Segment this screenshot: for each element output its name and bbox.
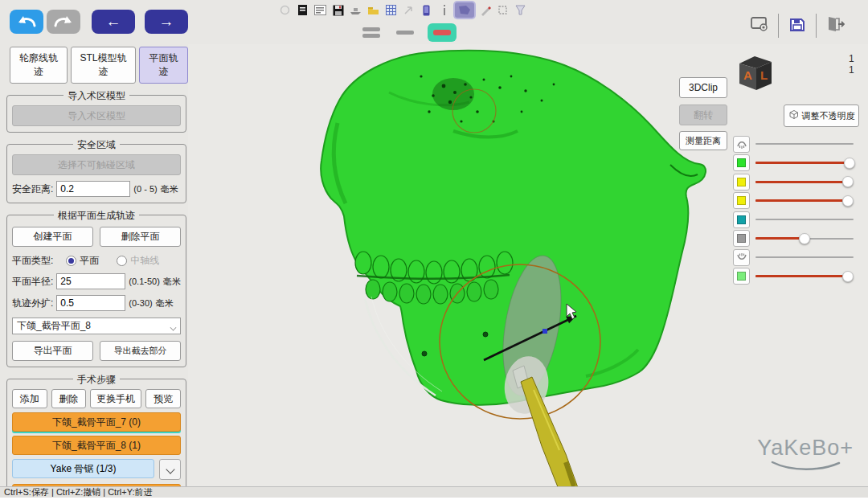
layer-row-upper-jaw — [733, 135, 860, 153]
preview-button[interactable]: 预览 — [145, 389, 181, 408]
redo-button[interactable] — [47, 10, 80, 34]
record-icon[interactable] — [278, 3, 292, 17]
safety-distance-range: (0 - 5) — [133, 184, 157, 194]
layer-row-gray — [733, 230, 860, 248]
color-swatch-yellow[interactable] — [733, 192, 750, 209]
opacity-slider[interactable] — [755, 270, 854, 283]
layer-row-yellow-1 — [733, 173, 860, 191]
axis-radio-label: 中轴线 — [130, 254, 159, 268]
trajectory-offset-input[interactable] — [56, 295, 125, 311]
delete-plane-button[interactable]: 删除平面 — [100, 227, 181, 247]
plane-select-dropdown[interactable]: 下颌_截骨平面_8 — [12, 318, 181, 334]
color-swatch-green[interactable] — [733, 154, 750, 171]
pen-icon[interactable] — [478, 3, 492, 17]
opacity-slider[interactable] — [755, 232, 854, 245]
grid-icon[interactable] — [384, 3, 398, 17]
step-item-plane-7[interactable]: 下颌_截骨平面_7 (0) — [12, 412, 181, 432]
save-button[interactable] — [779, 12, 816, 39]
yakebot-logo: YaKeBo+ — [757, 436, 854, 475]
select-forbidden-zone-button[interactable]: 选择不可触碰区域 — [12, 154, 181, 175]
shortcut-hints: Ctrl+S:保存 | Ctrl+Z:撤销 | Ctrl+Y:前进 — [4, 487, 153, 497]
export-plane-button[interactable]: 导出平面 — [12, 341, 93, 361]
adjust-opacity-button[interactable]: 调整不透明度 — [784, 104, 859, 127]
screenshot-button[interactable] — [741, 12, 778, 39]
flip-clip-button[interactable]: 翻转 — [679, 104, 727, 125]
trajectory-offset-unit: 毫米 — [156, 297, 174, 309]
folder-icon[interactable] — [366, 3, 380, 17]
step-item-plane-8[interactable]: 下颌_截骨平面_8 (1) — [12, 436, 181, 455]
color-swatch-gray[interactable] — [733, 230, 750, 247]
safety-zone-group: 安全区域 选择不可触碰区域 安全距离: (0 - 5) 毫米 — [6, 144, 186, 203]
trajectory-offset-label: 轨迹外扩: — [12, 297, 53, 310]
lower-jaw-icon[interactable] — [733, 249, 750, 266]
plane-radio[interactable] — [66, 256, 76, 266]
screw-hole — [483, 332, 488, 337]
logo-text: YaKeBo+ — [757, 436, 854, 461]
logo-smile — [768, 461, 844, 472]
info-icon[interactable] — [437, 3, 451, 17]
opacity-slider[interactable] — [755, 213, 854, 226]
opacity-slider[interactable] — [755, 137, 854, 150]
ship-icon[interactable] — [349, 3, 362, 17]
tab-plane-trajectory[interactable]: 平面轨迹 — [139, 47, 188, 84]
group-title: 手术步骤 — [73, 373, 120, 387]
exit-button[interactable] — [817, 12, 854, 39]
export-cut-part-button[interactable]: 导出截去部分 — [100, 341, 181, 361]
layer-row-teal — [733, 211, 860, 228]
tab-contour-trajectory[interactable]: 轮廓线轨迹 — [10, 47, 68, 84]
color-swatch-yellow[interactable] — [733, 174, 750, 191]
group-title: 安全区域 — [73, 138, 120, 152]
active-tool-icon[interactable] — [455, 2, 474, 18]
single-view-button[interactable] — [394, 28, 416, 37]
safety-distance-input[interactable] — [56, 181, 130, 197]
delete-step-button[interactable]: 删除 — [51, 389, 87, 408]
layer-row-green — [733, 154, 860, 172]
cube-outline-icon — [788, 109, 799, 122]
color-swatch-light-green[interactable] — [733, 268, 750, 285]
add-step-button[interactable]: 添加 — [12, 389, 47, 408]
create-plane-button[interactable]: 创建平面 — [12, 227, 93, 247]
group-title: 根据平面生成轨迹 — [54, 209, 139, 223]
active-view-button[interactable] — [428, 23, 457, 42]
opacity-slider[interactable] — [755, 175, 854, 188]
crop-icon[interactable] — [496, 3, 510, 17]
opacity-slider[interactable] — [755, 195, 854, 207]
upper-jaw-icon[interactable] — [733, 136, 750, 153]
svg-text:L: L — [760, 68, 768, 82]
axis-radio[interactable] — [117, 256, 127, 266]
forward-button[interactable]: → — [145, 10, 188, 34]
step-expand-button[interactable] — [159, 459, 181, 480]
list-icon[interactable] — [313, 3, 327, 17]
status-bar: Ctrl+S:保存 | Ctrl+Z:撤销 | Ctrl+Y:前进 — [0, 486, 868, 498]
split-view-button[interactable] — [360, 25, 383, 40]
svg-text:A: A — [743, 68, 752, 82]
view-layout-buttons — [360, 23, 457, 42]
plane-radius-input[interactable] — [56, 273, 125, 289]
opacity-slider[interactable] — [755, 157, 854, 170]
save-icon — [788, 15, 806, 35]
window-buttons — [741, 10, 854, 40]
import-model-button[interactable]: 导入术区模型 — [12, 105, 181, 126]
floppy-icon[interactable] — [331, 3, 345, 17]
orientation-cube[interactable]: A L — [733, 53, 776, 96]
exit-icon — [825, 15, 845, 35]
color-swatch-teal[interactable] — [733, 211, 750, 228]
chevron-down-icon — [170, 325, 177, 331]
tab-stl-trajectory[interactable]: STL模型轨迹 — [71, 47, 136, 84]
mini-toolbar — [278, 2, 527, 18]
trajectory-tabs: 轮廓线轨迹 STL模型轨迹 平面轨迹 — [5, 47, 188, 84]
phone-icon[interactable] — [420, 3, 433, 17]
document-icon[interactable] — [296, 3, 309, 17]
back-button[interactable]: ← — [92, 10, 135, 34]
3dclip-button[interactable]: 3DClip — [679, 77, 727, 98]
undo-button[interactable] — [10, 10, 43, 34]
step-item-saw-1[interactable]: Yake 骨锯 (1/3) — [12, 459, 154, 478]
left-sidebar: 轮廓线轨迹 STL模型轨迹 平面轨迹 导入术区模型 导入术区模型 安全区域 选择… — [5, 47, 188, 504]
measure-distance-button[interactable]: 测量距离 — [679, 131, 727, 150]
plane-type-label: 平面类型: — [12, 254, 53, 268]
cursor-arrow-icon[interactable] — [402, 3, 416, 17]
opacity-slider[interactable] — [755, 251, 854, 264]
replace-handpiece-button[interactable]: 更换手机 — [90, 389, 141, 408]
funnel-icon[interactable] — [514, 3, 527, 17]
undo-icon — [15, 13, 38, 31]
